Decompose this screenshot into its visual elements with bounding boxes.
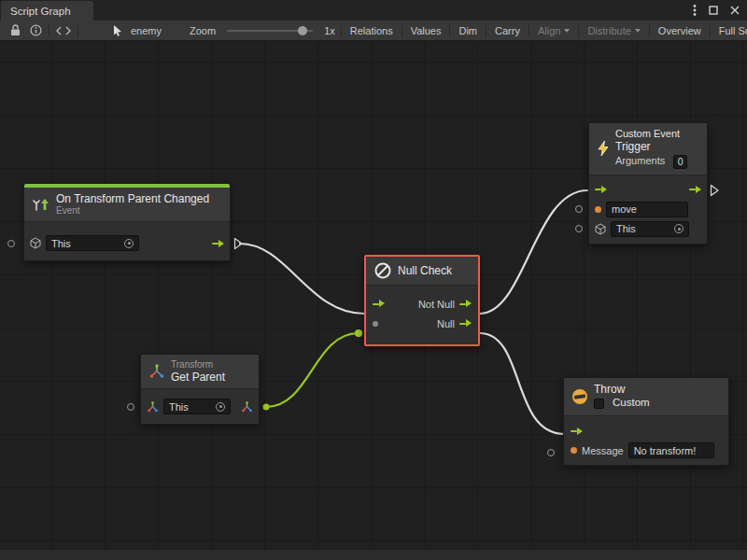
zoom-slider[interactable] (227, 30, 313, 32)
zoom-label: Zoom (186, 25, 219, 36)
target-picker-icon[interactable] (674, 224, 684, 233)
target-picker-icon[interactable] (216, 402, 225, 412)
node-throw[interactable]: Throw Custom Message No transform! (563, 377, 729, 466)
string-input-port-icon[interactable] (571, 447, 577, 454)
fullscreen-button[interactable]: Full Screen (712, 21, 747, 41)
node-get-parent[interactable]: Transform Get Parent This (140, 354, 260, 425)
dropdown-value: This (616, 223, 636, 234)
toolbar-separator (529, 23, 529, 37)
getparent-input-port-circle[interactable] (127, 403, 134, 411)
graph-canvas[interactable]: On Transform Parent Changed Event This (0, 41, 747, 560)
node-header[interactable]: Transform Get Parent (141, 355, 259, 389)
tab-bar: Script Graph (0, 0, 747, 21)
this-dropdown[interactable]: This (46, 235, 139, 251)
gameobject-cube-icon (30, 237, 41, 249)
values-button[interactable]: Values (404, 21, 448, 41)
maximize-icon[interactable] (709, 6, 718, 15)
wire-notnull-to-customevent[interactable] (480, 190, 587, 314)
tab-label: Script Graph (10, 6, 71, 17)
overview-button[interactable]: Overview (652, 21, 708, 41)
zoom-value: 1x (320, 25, 339, 36)
port-row: This (30, 233, 224, 253)
node-title: Trigger (615, 140, 687, 153)
lock-icon[interactable] (6, 21, 25, 41)
wire-getparent-to-nullcheck[interactable] (266, 333, 359, 407)
align-dropdown-button[interactable]: Align (531, 21, 576, 41)
event-input-port-circle[interactable] (7, 240, 15, 247)
flow-output-arrow-icon[interactable] (689, 185, 701, 195)
transform-event-icon (32, 197, 50, 212)
flow-output-arrow-icon[interactable] (459, 318, 472, 329)
port-row: move (595, 200, 701, 219)
message-field[interactable]: No transform! (628, 442, 714, 458)
relations-button[interactable]: Relations (344, 21, 400, 41)
distribute-dropdown-button[interactable]: Distribute (581, 21, 646, 41)
node-category: Transform (171, 359, 225, 371)
transform-port-icon[interactable] (147, 401, 159, 413)
throw-message-port-circle[interactable] (547, 449, 555, 456)
kebab-menu-icon[interactable] (693, 4, 697, 17)
node-trigger-custom-event[interactable]: Custom Event Trigger Arguments 0 (588, 122, 708, 245)
target-picker-icon[interactable] (124, 239, 134, 248)
customevent-name-port-circle[interactable] (575, 205, 583, 213)
dim-button[interactable]: Dim (452, 21, 484, 41)
transform-output-port-icon[interactable] (241, 401, 253, 413)
toolbar-separator (449, 23, 450, 37)
port-row (595, 180, 701, 200)
port-label: Null (437, 318, 455, 329)
field-value: move (612, 203, 637, 215)
node-null-check[interactable]: Null Check Not Null Null (364, 255, 480, 346)
field-value: No transform! (634, 445, 697, 456)
string-input-port-icon[interactable] (595, 206, 601, 213)
unity-script-graph-window: Script Graph enemy (0, 0, 747, 560)
chevron-down-icon (635, 29, 641, 33)
node-category: Custom Event (615, 128, 687, 140)
custom-checkbox[interactable] (594, 399, 604, 409)
this-dropdown[interactable]: This (611, 221, 689, 237)
arguments-count-field[interactable]: 0 (673, 155, 687, 169)
flow-input-arrow-icon[interactable] (571, 426, 583, 436)
node-header[interactable]: Custom Event Trigger Arguments 0 (589, 123, 707, 175)
null-check-icon (374, 261, 392, 280)
toolbar-separator (649, 23, 650, 37)
node-on-transform-parent-changed[interactable]: On Transform Parent Changed Event This (23, 183, 231, 261)
code-view-icon[interactable] (51, 21, 76, 41)
wire-null-to-throw[interactable] (480, 333, 564, 434)
node-title: Null Check (398, 264, 452, 277)
window-controls (693, 4, 740, 17)
flow-output-arrow-icon[interactable] (459, 299, 472, 309)
window-bottom-edge (0, 549, 747, 560)
flow-output-arrow-icon[interactable] (212, 238, 224, 248)
tab-script-graph[interactable]: Script Graph (1, 1, 93, 21)
carry-button[interactable]: Carry (488, 21, 527, 41)
toolbar-separator (486, 23, 486, 37)
gameobject-cube-icon (595, 223, 606, 235)
this-dropdown[interactable]: This (163, 399, 231, 414)
node-header[interactable]: Null Check (366, 257, 478, 286)
custom-option-row: Custom (594, 396, 650, 411)
flow-input-arrow-icon[interactable] (595, 185, 607, 195)
chevron-down-icon (564, 29, 570, 33)
toolbar-separator (710, 23, 711, 37)
customevent-output-port-triangle[interactable] (710, 184, 720, 197)
toolbar-separator (578, 23, 579, 37)
info-icon[interactable] (25, 21, 47, 41)
port-row (571, 421, 722, 441)
node-header[interactable]: On Transform Parent Changed Event (24, 188, 230, 222)
port-row: Null (373, 314, 472, 333)
customevent-target-port-circle[interactable] (575, 225, 583, 232)
throw-icon (571, 388, 588, 405)
event-name-field[interactable]: move (606, 202, 688, 217)
flow-input-arrow-icon[interactable] (373, 299, 385, 309)
value-input-port-icon[interactable] (373, 321, 378, 327)
event-output-port-triangle[interactable] (233, 237, 244, 250)
close-icon[interactable] (730, 6, 740, 15)
values-label: Values (411, 25, 442, 36)
wire-event-to-nullcheck[interactable] (240, 244, 364, 314)
toolbar-separator (49, 23, 49, 37)
zoom-slider-handle[interactable] (298, 26, 307, 35)
port-row: Not Null (373, 294, 472, 314)
carry-label: Carry (495, 25, 520, 36)
lightning-bolt-icon (597, 140, 610, 157)
node-header[interactable]: Throw Custom (564, 378, 728, 416)
